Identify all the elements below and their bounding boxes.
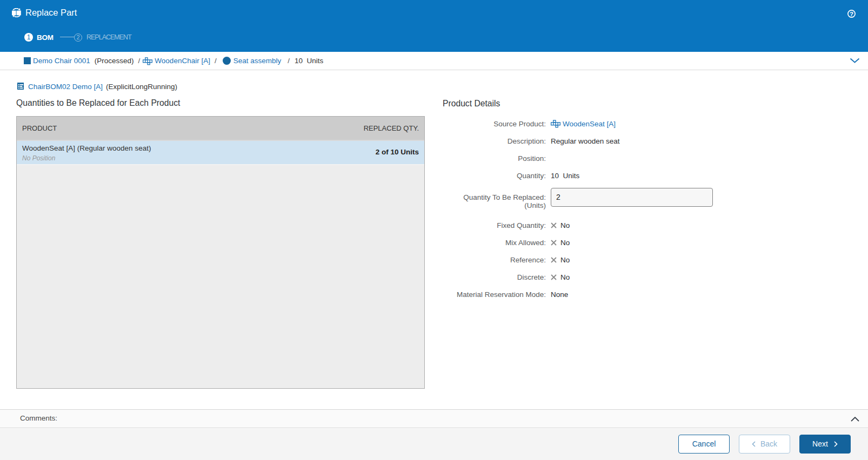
svg-text:?: ? bbox=[850, 11, 853, 17]
